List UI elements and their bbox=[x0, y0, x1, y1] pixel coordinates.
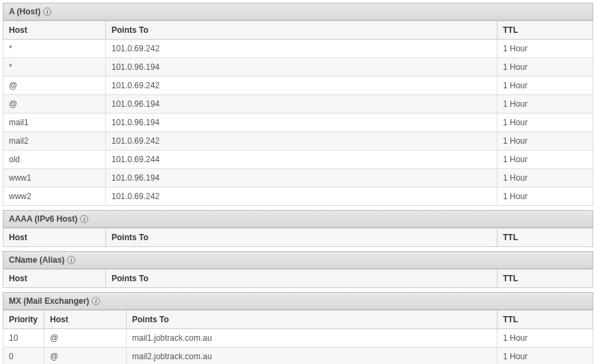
aaaa-host-table: Host Points To TTL bbox=[3, 228, 593, 247]
mx-table: Priority Host Points To TTL 10 @ mail1.j… bbox=[3, 310, 593, 364]
cell-points-to: 101.0.69.242 bbox=[106, 77, 497, 95]
cell-points-to: 101.0.96.194 bbox=[106, 58, 497, 77]
aaaa-host-header: AAAA (IPv6 Host) i bbox=[3, 210, 593, 228]
cell-host: www1 bbox=[3, 169, 106, 187]
mx-section: MX (Mail Exchanger) i Priority Host Poin… bbox=[3, 292, 593, 364]
cell-points-to: mail2.jobtrack.com.au bbox=[127, 348, 497, 365]
cell-priority: 0 bbox=[3, 348, 44, 365]
table-row[interactable]: 0 @ mail2.jobtrack.com.au 1 Hour bbox=[3, 348, 593, 365]
col-host: Host bbox=[3, 270, 106, 288]
cell-priority: 10 bbox=[3, 329, 44, 348]
cell-host: @ bbox=[44, 348, 127, 365]
cname-title: CName (Alias) bbox=[9, 255, 64, 265]
info-icon[interactable]: i bbox=[92, 297, 100, 305]
cell-host: @ bbox=[3, 95, 106, 114]
col-points-to: Points To bbox=[106, 229, 497, 247]
cell-ttl: 1 Hour bbox=[497, 114, 593, 132]
col-ttl: TTL bbox=[497, 229, 593, 247]
cell-points-to: 101.0.96.194 bbox=[106, 169, 497, 187]
cell-host: mail1 bbox=[3, 114, 106, 132]
a-host-title: A (Host) bbox=[9, 7, 40, 16]
col-host: Host bbox=[3, 21, 106, 40]
col-points-to: Points To bbox=[127, 311, 497, 329]
cell-host: old bbox=[3, 151, 106, 169]
cell-points-to: 101.0.96.194 bbox=[106, 114, 497, 132]
col-ttl: TTL bbox=[497, 311, 593, 329]
cell-host: mail2 bbox=[3, 132, 106, 151]
col-host: Host bbox=[3, 229, 106, 247]
col-ttl: TTL bbox=[497, 270, 593, 288]
table-row[interactable]: * 101.0.69.242 1 Hour bbox=[3, 40, 593, 58]
cell-ttl: 1 Hour bbox=[497, 151, 593, 169]
cname-section: CName (Alias) i Host Points To TTL bbox=[3, 251, 593, 288]
cname-table: Host Points To TTL bbox=[3, 269, 593, 288]
table-row[interactable]: 10 @ mail1.jobtrack.com.au 1 Hour bbox=[3, 329, 593, 348]
cell-points-to: mail1.jobtrack.com.au bbox=[127, 329, 497, 348]
mx-title: MX (Mail Exchanger) bbox=[9, 296, 89, 306]
table-row[interactable]: www2 101.0.69.242 1 Hour bbox=[3, 187, 593, 206]
table-row[interactable]: * 101.0.96.194 1 Hour bbox=[3, 58, 593, 77]
cell-points-to: 101.0.69.242 bbox=[106, 132, 497, 151]
col-host: Host bbox=[44, 311, 127, 329]
cell-ttl: 1 Hour bbox=[497, 95, 593, 114]
cell-ttl: 1 Hour bbox=[497, 329, 593, 348]
cname-header: CName (Alias) i bbox=[3, 251, 593, 269]
mx-header: MX (Mail Exchanger) i bbox=[3, 292, 593, 310]
table-row[interactable]: @ 101.0.69.242 1 Hour bbox=[3, 77, 593, 95]
aaaa-host-section: AAAA (IPv6 Host) i Host Points To TTL bbox=[3, 210, 593, 247]
aaaa-host-title: AAAA (IPv6 Host) bbox=[9, 214, 77, 224]
table-row[interactable]: mail1 101.0.96.194 1 Hour bbox=[3, 114, 593, 132]
cell-ttl: 1 Hour bbox=[497, 348, 593, 365]
cell-ttl: 1 Hour bbox=[497, 169, 593, 187]
a-host-header: A (Host) i bbox=[3, 3, 593, 21]
cell-host: * bbox=[3, 40, 106, 58]
table-row[interactable]: www1 101.0.96.194 1 Hour bbox=[3, 169, 593, 187]
cell-ttl: 1 Hour bbox=[497, 58, 593, 77]
cell-points-to: 101.0.69.242 bbox=[106, 40, 497, 58]
a-host-section: A (Host) i Host Points To TTL * 101.0.69… bbox=[3, 3, 593, 206]
cell-points-to: 101.0.96.194 bbox=[106, 95, 497, 114]
table-row[interactable]: old 101.0.69.244 1 Hour bbox=[3, 151, 593, 169]
cell-points-to: 101.0.69.242 bbox=[106, 187, 497, 206]
info-icon[interactable]: i bbox=[67, 256, 75, 264]
cell-ttl: 1 Hour bbox=[497, 77, 593, 95]
cell-host: @ bbox=[3, 77, 106, 95]
table-row[interactable]: @ 101.0.96.194 1 Hour bbox=[3, 95, 593, 114]
cell-ttl: 1 Hour bbox=[497, 40, 593, 58]
cell-host: www2 bbox=[3, 187, 106, 206]
col-ttl: TTL bbox=[497, 21, 593, 40]
info-icon[interactable]: i bbox=[80, 215, 88, 223]
a-host-table: Host Points To TTL * 101.0.69.242 1 Hour… bbox=[3, 21, 593, 206]
col-points-to: Points To bbox=[106, 21, 497, 40]
col-points-to: Points To bbox=[106, 270, 497, 288]
cell-ttl: 1 Hour bbox=[497, 132, 593, 151]
table-row[interactable]: mail2 101.0.69.242 1 Hour bbox=[3, 132, 593, 151]
info-icon[interactable]: i bbox=[43, 8, 51, 16]
cell-points-to: 101.0.69.244 bbox=[106, 151, 497, 169]
cell-host: * bbox=[3, 58, 106, 77]
cell-ttl: 1 Hour bbox=[497, 187, 593, 206]
col-priority: Priority bbox=[3, 311, 44, 329]
cell-host: @ bbox=[44, 329, 127, 348]
